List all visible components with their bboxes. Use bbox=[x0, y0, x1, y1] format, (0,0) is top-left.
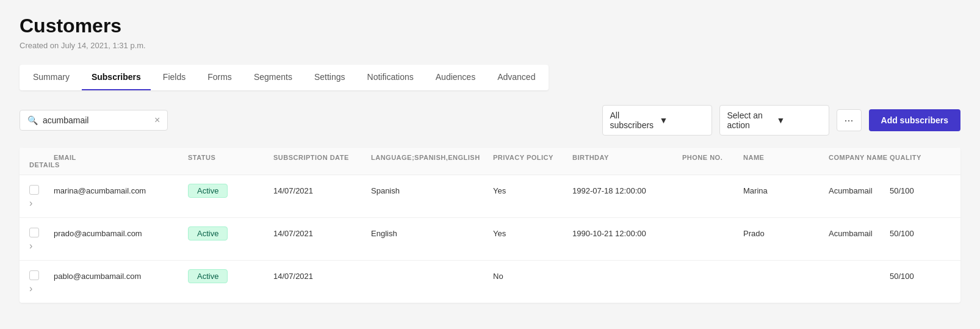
detail-arrow-icon[interactable]: › bbox=[29, 198, 32, 208]
col-quality: QUALITY bbox=[890, 154, 926, 161]
col-birthday: BIRTHDAY bbox=[572, 154, 682, 161]
col-company: COMPANY NAME bbox=[829, 154, 890, 161]
col-status: STATUS bbox=[188, 154, 273, 161]
detail-arrow-icon[interactable]: › bbox=[29, 283, 32, 294]
cell-name: Prado bbox=[743, 229, 829, 238]
detail-arrow-icon[interactable]: › bbox=[29, 240, 32, 251]
cell-details[interactable]: › bbox=[29, 240, 54, 251]
cell-privacy: No bbox=[493, 272, 572, 281]
table-row: marina@acumbamail.com Active 14/07/2021 … bbox=[20, 175, 960, 218]
status-badge: Active bbox=[188, 226, 228, 240]
col-name: NAME bbox=[743, 154, 829, 161]
tab-summary[interactable]: Summary bbox=[23, 65, 79, 90]
cell-quality: 50/100 bbox=[890, 186, 926, 195]
row-checkbox-cell bbox=[29, 228, 54, 239]
search-input[interactable] bbox=[43, 115, 150, 125]
page-subtitle: Created on July 14, 2021, 1:31 p.m. bbox=[20, 41, 960, 50]
page-container: Customers Created on July 14, 2021, 1:31… bbox=[0, 0, 980, 329]
search-icon: 🔍 bbox=[27, 115, 38, 125]
tab-audiences[interactable]: Audiences bbox=[426, 65, 485, 90]
cell-status: Active bbox=[188, 269, 273, 283]
cell-details[interactable]: › bbox=[29, 283, 54, 294]
cell-subscription-date: 14/07/2021 bbox=[273, 229, 371, 238]
col-phone: PHONE NO. bbox=[682, 154, 743, 161]
tab-advanced[interactable]: Advanced bbox=[488, 65, 545, 90]
search-box: 🔍 × bbox=[20, 110, 168, 131]
cell-email: pablo@acumbamail.com bbox=[54, 272, 188, 281]
cell-company: Acumbamail bbox=[829, 229, 890, 238]
col-details: DETAILS bbox=[29, 161, 54, 168]
cell-birthday: 1990-10-21 12:00:00 bbox=[572, 229, 682, 238]
cell-birthday: 1992-07-18 12:00:00 bbox=[572, 186, 682, 195]
page-title: Customers bbox=[20, 15, 960, 37]
tab-fields[interactable]: Fields bbox=[153, 65, 195, 90]
action-dropdown-label: Select an action bbox=[727, 110, 772, 130]
tab-segments[interactable]: Segments bbox=[244, 65, 302, 90]
cell-subscription-date: 14/07/2021 bbox=[273, 186, 371, 195]
toolbar: 🔍 × All subscribers ▼ Select an action ▼… bbox=[20, 105, 960, 136]
more-options-button[interactable]: ··· bbox=[837, 109, 862, 131]
filter-dropdown-label: All subscribers bbox=[610, 110, 655, 130]
cell-status: Active bbox=[188, 226, 273, 240]
tab-forms[interactable]: Forms bbox=[198, 65, 242, 90]
filter-dropdown[interactable]: All subscribers ▼ bbox=[602, 105, 712, 136]
cell-email: prado@acumbamail.com bbox=[54, 229, 188, 238]
cell-quality: 50/100 bbox=[890, 272, 926, 281]
cell-subscription-date: 14/07/2021 bbox=[273, 272, 371, 281]
cell-language: Spanish bbox=[371, 186, 493, 195]
table-row: prado@acumbamail.com Active 14/07/2021 E… bbox=[20, 218, 960, 261]
row-checkbox[interactable] bbox=[29, 228, 39, 237]
cell-quality: 50/100 bbox=[890, 229, 926, 238]
add-subscribers-button[interactable]: Add subscribers bbox=[869, 109, 960, 131]
tab-subscribers[interactable]: Subscribers bbox=[82, 65, 151, 90]
tab-notifications[interactable]: Notifications bbox=[358, 65, 423, 90]
filter-chevron-icon: ▼ bbox=[660, 115, 704, 125]
search-clear-icon[interactable]: × bbox=[154, 115, 160, 125]
tabs-container: Summary Subscribers Fields Forms Segment… bbox=[20, 65, 549, 90]
col-subscription-date: SUBSCRIPTION DATE bbox=[273, 154, 371, 161]
status-badge: Active bbox=[188, 269, 228, 283]
status-badge: Active bbox=[188, 184, 228, 198]
row-checkbox[interactable] bbox=[29, 185, 39, 195]
row-checkbox[interactable] bbox=[29, 270, 39, 280]
subscribers-table: EMAIL STATUS SUBSCRIPTION DATE LANGUAGE;… bbox=[20, 148, 960, 303]
col-email: EMAIL bbox=[54, 154, 188, 161]
cell-privacy: Yes bbox=[493, 229, 572, 238]
cell-privacy: Yes bbox=[493, 186, 572, 195]
cell-status: Active bbox=[188, 184, 273, 198]
cell-company: Acumbamail bbox=[829, 186, 890, 195]
cell-email: marina@acumbamail.com bbox=[54, 186, 188, 195]
table-row: pablo@acumbamail.com Active 14/07/2021 N… bbox=[20, 261, 960, 303]
row-checkbox-cell bbox=[29, 185, 54, 197]
cell-details[interactable]: › bbox=[29, 198, 54, 209]
col-privacy: PRIVACY POLICY bbox=[493, 154, 572, 161]
tab-settings[interactable]: Settings bbox=[304, 65, 355, 90]
table-header: EMAIL STATUS SUBSCRIPTION DATE LANGUAGE;… bbox=[20, 148, 960, 175]
col-language: LANGUAGE;SPANISH,ENGLISH bbox=[371, 154, 493, 161]
cell-language: English bbox=[371, 229, 493, 238]
row-checkbox-cell bbox=[29, 270, 54, 282]
cell-name: Marina bbox=[743, 186, 829, 195]
action-dropdown[interactable]: Select an action ▼ bbox=[719, 105, 829, 136]
action-chevron-icon: ▼ bbox=[777, 115, 821, 125]
